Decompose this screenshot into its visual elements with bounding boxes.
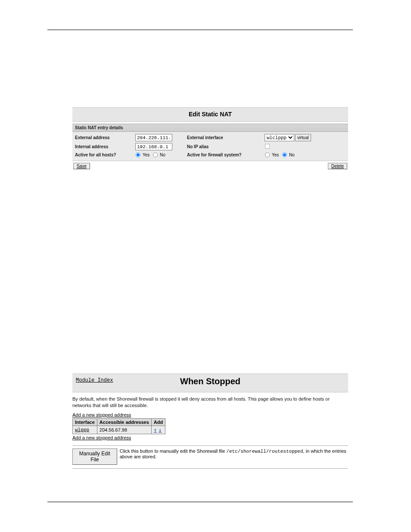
no-ip-alias-checkbox[interactable] (265, 144, 270, 149)
divider (72, 445, 348, 446)
table-row: wlppp 204.56.67.98 ↑ ↓ (73, 426, 165, 434)
label-active-firewall: Active for firewall system? (187, 152, 265, 157)
firewall-no-radio[interactable] (282, 152, 287, 157)
add-stopped-address-link-bottom[interactable]: Add a new stopped address (72, 435, 131, 440)
top-rule (47, 29, 353, 31)
module-index-link[interactable]: Module Index (76, 377, 113, 383)
config-path: /etc/shorewall/routestopped (226, 449, 303, 454)
label-internal-address: Internal address (75, 144, 135, 149)
stopped-addresses-table: Interface Accessible addresses Add wlppp… (72, 418, 165, 434)
panel-title: Edit Static NAT (72, 107, 348, 122)
all-hosts-yes-radio[interactable] (136, 152, 140, 157)
radio-yes-label: Yes (143, 152, 149, 157)
divider-bottom (72, 468, 348, 469)
bottom-rule (47, 501, 353, 503)
panel-header-bar: Module Index When Stopped (72, 373, 348, 392)
radio-no-label: No (160, 152, 165, 157)
panel-title: When Stopped (76, 376, 345, 388)
label-active-all-hosts: Active for all hosts? (75, 152, 135, 157)
internal-address-input[interactable] (135, 143, 172, 150)
section-header: Static NAT entry details (72, 124, 348, 132)
radio-no-label2: No (289, 152, 295, 157)
manual-edit-description: Click this button to manually edit the S… (120, 448, 348, 459)
th-add: Add (151, 418, 165, 426)
label-no-ip-alias: No IP alias (187, 144, 265, 149)
external-address-input[interactable] (135, 134, 172, 141)
static-nat-panel: Edit Static NAT Static NAT entry details… (72, 107, 348, 171)
th-interface: Interface (73, 418, 97, 426)
description-text: By default, when the Shorewall firewall … (72, 392, 348, 412)
cell-addresses: 204.56.67.98 (97, 426, 151, 434)
save-button[interactable]: Save (73, 163, 90, 169)
interface-link[interactable]: wlppp (75, 427, 89, 432)
form-body: External address External interface wlcl… (72, 132, 348, 161)
th-addresses: Accessible addresses (97, 418, 151, 426)
external-interface-select[interactable]: wlclppp (265, 134, 294, 141)
virtual-button[interactable]: virtual (295, 134, 311, 141)
all-hosts-no-radio[interactable] (153, 152, 158, 157)
manually-edit-file-button[interactable]: Manually Edit File (72, 448, 117, 465)
firewall-yes-radio[interactable] (265, 152, 270, 157)
label-external-address: External address (75, 135, 135, 140)
radio-yes-label2: Yes (272, 152, 279, 157)
delete-button[interactable]: Delete (328, 163, 347, 169)
move-up-icon[interactable]: ↑ (154, 427, 157, 433)
move-down-icon[interactable]: ↓ (159, 427, 162, 433)
label-external-interface: External interface (187, 135, 265, 140)
add-stopped-address-link-top[interactable]: Add a new stopped address (72, 412, 131, 417)
when-stopped-panel: Module Index When Stopped By default, wh… (72, 373, 348, 469)
